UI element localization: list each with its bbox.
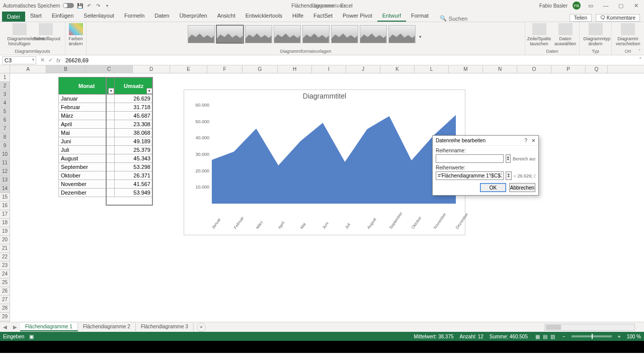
enter-formula-icon[interactable]: ✓ <box>46 57 54 63</box>
table-cell[interactable]: 53.949 <box>115 189 153 197</box>
cancel-button[interactable]: Abbrechen <box>509 183 535 192</box>
col-header[interactable]: M <box>449 65 483 73</box>
row-header[interactable]: 2 <box>0 82 10 90</box>
row-header[interactable]: 16 <box>0 202 10 210</box>
row-header[interactable]: 4 <box>0 99 10 108</box>
chart-style-2[interactable] <box>216 25 244 43</box>
expand-formula-icon[interactable]: ˅ <box>637 57 644 63</box>
collapse-range-icon[interactable]: ↥ <box>506 171 512 180</box>
select-data-button[interactable]: Daten auswählen <box>553 23 578 46</box>
table-cell[interactable]: Juli <box>59 146 115 154</box>
col-header[interactable]: O <box>517 65 551 73</box>
row-header[interactable]: 28 <box>0 304 10 313</box>
filter-icon[interactable]: ▾ <box>146 88 152 94</box>
ribbon-tab-seitenlayout[interactable]: Seitenlayout <box>78 11 119 22</box>
row-header[interactable]: 15 <box>0 193 10 202</box>
horizontal-scrollbar[interactable] <box>544 324 635 331</box>
table-cell[interactable]: 53.298 <box>115 163 153 171</box>
close-icon[interactable]: ✕ <box>631 3 641 9</box>
row-header[interactable]: 12 <box>0 167 10 176</box>
row-header[interactable]: 26 <box>0 287 10 296</box>
sheet-tab[interactable]: Flächendiagramme 2 <box>78 323 136 331</box>
row-header[interactable]: 29 <box>0 313 10 321</box>
table-cell[interactable]: Januar <box>59 95 115 103</box>
table-cell[interactable]: Dezember <box>59 189 115 197</box>
name-box[interactable]: C3 <box>2 56 36 64</box>
col-header[interactable]: H <box>278 65 312 73</box>
col-header[interactable]: F <box>207 65 243 73</box>
table-cell[interactable]: Oktober <box>59 171 115 180</box>
col-header[interactable]: I <box>312 65 346 73</box>
series-values-input[interactable] <box>436 171 504 180</box>
row-header[interactable]: 20 <box>0 236 10 244</box>
row-header[interactable]: 27 <box>0 296 10 304</box>
table-cell[interactable]: November <box>59 180 115 189</box>
tab-nav-next-icon[interactable]: ▶ <box>10 324 20 330</box>
col-header[interactable]: B <box>46 65 86 73</box>
table-cell[interactable]: Juni <box>59 137 115 146</box>
area-chart[interactable]: Diagrammtitel 60.00050.00040.00030.00020… <box>184 89 465 235</box>
undo-icon[interactable]: ↶ <box>86 3 92 9</box>
chart-style-5[interactable] <box>302 25 330 43</box>
ribbon-tab-power pivot[interactable]: Power Pivot <box>338 11 377 22</box>
table-cell[interactable]: 49.189 <box>115 137 153 146</box>
dialog-close-icon[interactable]: ✕ <box>531 138 535 143</box>
col-header[interactable]: P <box>551 65 586 73</box>
row-header[interactable]: 8 <box>0 133 10 142</box>
comments-button[interactable]: 🗨 Kommentare <box>596 14 640 22</box>
series-name-input[interactable] <box>436 154 504 163</box>
ribbon-tab-entwicklertools[interactable]: Entwicklertools <box>240 11 287 22</box>
row-header[interactable]: 3 <box>0 90 10 99</box>
worksheet[interactable]: ABCDEFGHIJKLMNOPQ 1234567891011121314151… <box>0 65 644 322</box>
collapse-ribbon-icon[interactable]: ˄ <box>638 49 641 54</box>
col-header-revenue[interactable]: Umsatz▾ <box>115 77 153 95</box>
ribbon-options-icon[interactable]: ▭ <box>586 3 596 9</box>
sheet-tab[interactable]: Flächendiagramme 3 <box>136 323 194 331</box>
sheet-tab[interactable]: Flächendiagramme 1 <box>20 323 78 331</box>
ok-button[interactable]: OK <box>480 183 506 192</box>
swap-row-col-button[interactable]: Zeile/Spalte tauschen <box>527 23 551 46</box>
col-header-month[interactable]: Monat▾ <box>59 77 115 95</box>
col-header[interactable]: A <box>10 65 46 73</box>
minimize-icon[interactable]: — <box>601 3 611 9</box>
col-header[interactable]: C <box>86 65 133 73</box>
fx-icon[interactable]: fx <box>54 57 62 63</box>
table-cell[interactable]: März <box>59 112 115 120</box>
ribbon-tab-factset[interactable]: FactSet <box>308 11 338 22</box>
change-chart-type-button[interactable]: Diagrammtyp ändern <box>584 23 608 46</box>
col-header[interactable]: D <box>133 65 170 73</box>
ribbon-tab-start[interactable]: Start <box>25 11 47 22</box>
cancel-formula-icon[interactable]: ✕ <box>38 57 46 63</box>
chart-style-3[interactable] <box>245 25 272 43</box>
row-header[interactable]: 18 <box>0 219 10 227</box>
row-header[interactable]: 24 <box>0 270 10 279</box>
ribbon-tab-einfügen[interactable]: Einfügen <box>47 11 78 22</box>
chart-style-6[interactable] <box>331 25 358 43</box>
ribbon-tab-ansicht[interactable]: Ansicht <box>212 11 240 22</box>
row-header[interactable]: 7 <box>0 125 10 133</box>
row-header[interactable]: 14 <box>0 185 10 193</box>
collapse-range-icon[interactable]: ↥ <box>506 154 511 163</box>
redo-icon[interactable]: ↷ <box>95 3 101 9</box>
row-header[interactable]: 13 <box>0 176 10 185</box>
row-header[interactable]: 23 <box>0 261 10 270</box>
table-cell[interactable]: 26.629 <box>115 95 153 103</box>
ribbon-tab-file[interactable]: Datei <box>2 12 25 22</box>
share-button[interactable]: Teilen <box>570 14 592 22</box>
row-header[interactable]: 1 <box>0 73 10 82</box>
search-box[interactable]: 🔍 Suchen <box>440 15 467 22</box>
view-mode-group[interactable]: ▦▤▧ <box>534 334 556 339</box>
col-header[interactable]: K <box>380 65 415 73</box>
table-cell[interactable]: 41.567 <box>115 180 153 189</box>
table-cell[interactable]: Februar <box>59 103 115 112</box>
user-avatar[interactable]: FB <box>573 2 581 10</box>
zoom-in-icon[interactable]: + <box>618 334 621 339</box>
ribbon-tab-überprüfen[interactable]: Überprüfen <box>175 11 212 22</box>
ribbon-tab-entwurf[interactable]: Entwurf <box>377 11 406 22</box>
col-header[interactable]: E <box>170 65 207 73</box>
macro-record-icon[interactable]: ▣ <box>29 334 34 339</box>
change-colors-button[interactable]: Farben ändern <box>67 23 85 46</box>
save-icon[interactable]: 💾 <box>77 3 83 9</box>
row-header[interactable]: 17 <box>0 210 10 219</box>
row-header[interactable]: 6 <box>0 116 10 125</box>
